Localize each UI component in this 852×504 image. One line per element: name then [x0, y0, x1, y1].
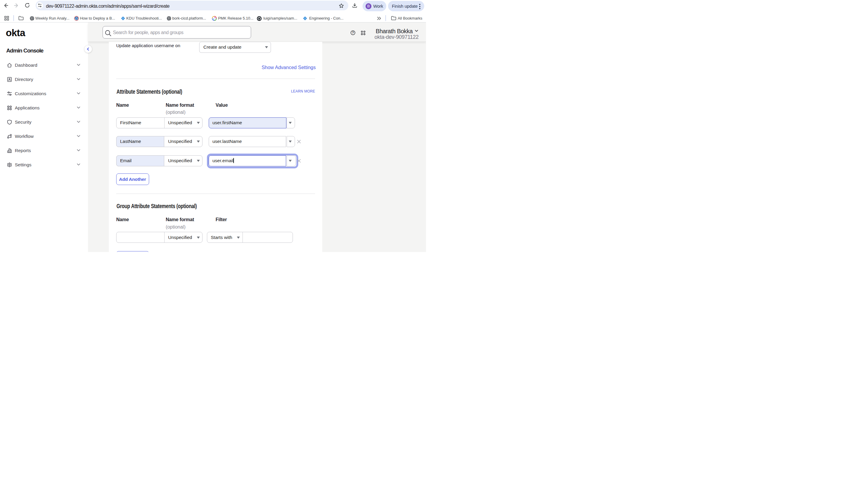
- svg-text:?: ?: [352, 31, 354, 34]
